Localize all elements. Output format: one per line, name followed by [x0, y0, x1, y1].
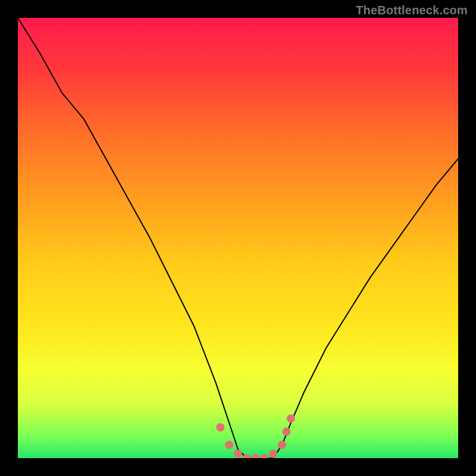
highlight-dot	[278, 441, 286, 449]
chart-svg	[18, 18, 458, 458]
highlight-dot	[252, 454, 260, 458]
highlight-dot	[234, 450, 242, 458]
highlight-dot	[282, 428, 290, 436]
highlight-dot	[287, 414, 295, 422]
chart-container: TheBottleneck.com	[0, 0, 476, 476]
watermark-text: TheBottleneck.com	[356, 4, 468, 17]
plot-area	[18, 18, 458, 458]
highlight-dot	[225, 441, 233, 449]
highlight-dot	[269, 450, 277, 458]
highlight-dot	[260, 454, 268, 458]
highlight-dot	[216, 423, 224, 431]
bottleneck-curve	[18, 18, 458, 458]
